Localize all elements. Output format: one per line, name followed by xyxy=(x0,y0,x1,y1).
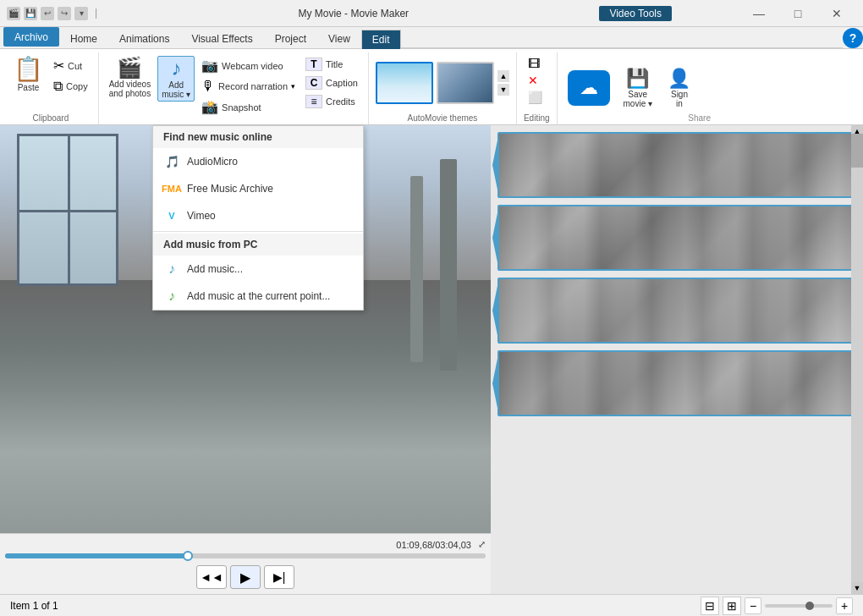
cut-button[interactable]: ✂ Cut xyxy=(50,56,91,75)
video-tools-badge: Video Tools xyxy=(599,6,672,21)
credits-icon: ≡ xyxy=(305,95,322,108)
clipboard-items: 📋 Paste ✂ Cut ⧉ Copy xyxy=(10,52,91,113)
zoom-minus-button[interactable]: − xyxy=(745,597,761,614)
tab-project[interactable]: Project xyxy=(264,29,317,48)
narration-button[interactable]: 🎙 Record narration ▾ xyxy=(198,77,299,96)
cloud-icon: ☁ xyxy=(568,70,610,106)
theme-thumb-2[interactable] xyxy=(437,62,494,104)
save-movie-label: Savemovie ▾ xyxy=(624,90,652,108)
filmstrip-inner-3 xyxy=(499,279,855,342)
maximize-button[interactable]: □ xyxy=(778,0,817,27)
progress-fill xyxy=(5,553,188,558)
view-toggle-1[interactable]: ⊟ xyxy=(701,597,719,615)
add-music-current-item[interactable]: ♪ Add music at the current point... xyxy=(153,283,363,310)
undo-icon-small[interactable]: ↩ xyxy=(41,7,54,20)
window-frame xyxy=(17,134,118,286)
add-videos-button[interactable]: 🎬 Add videos and photos xyxy=(106,56,155,100)
progress-handle[interactable] xyxy=(183,551,193,561)
tab-edit[interactable]: Edit xyxy=(361,30,401,49)
tab-animations[interactable]: Animations xyxy=(108,29,180,48)
view-toggle-2[interactable]: ⊞ xyxy=(723,597,741,615)
playback-controls: ◄◄ ▶ ▶| xyxy=(5,565,486,589)
progress-bar[interactable] xyxy=(5,553,486,558)
zoom-controls: ⊟ ⊞ − + xyxy=(701,597,853,615)
minimize-button[interactable]: — xyxy=(739,0,778,27)
audiomicro-item[interactable]: 🎵 AudioMicro xyxy=(153,148,363,175)
theme-scroll: ▲ ▼ xyxy=(497,70,509,96)
rewind-button[interactable]: ◄◄ xyxy=(196,565,227,589)
add-music-current-icon: ♪ xyxy=(163,288,180,305)
filmstrip-3[interactable] xyxy=(497,278,856,344)
title-label: Title xyxy=(326,59,343,69)
save-movie-icon: 💾 xyxy=(626,69,649,88)
save-movie-button[interactable]: 💾 Savemovie ▾ xyxy=(620,68,656,110)
fma-item[interactable]: FMA Free Music Archive xyxy=(153,175,363,202)
ribbon: 📋 Paste ✂ Cut ⧉ Copy Clipboard 🎬 Add vid… xyxy=(0,49,863,125)
filmstrip-2[interactable] xyxy=(497,205,856,271)
tab-home[interactable]: Home xyxy=(59,29,108,48)
dropdown-arrow[interactable]: ▾ xyxy=(74,7,88,20)
audiomicro-label: AudioMicro xyxy=(187,156,238,168)
credits-button[interactable]: ≡ Credits xyxy=(302,93,361,110)
sign-in-button[interactable]: 👤 Signin xyxy=(662,68,696,110)
redo-icon-small[interactable]: ↪ xyxy=(58,7,71,20)
webcam-button[interactable]: 📷 Webcam video xyxy=(198,56,299,75)
theme-thumb-1[interactable] xyxy=(376,62,433,104)
filmstrip-container xyxy=(491,125,863,594)
media-items: 🎬 Add videos and photos ♪ Addmusic ▾ 📷 W… xyxy=(106,52,361,123)
title-icon: T xyxy=(305,58,322,71)
snapshot-label: Snapshot xyxy=(222,102,261,113)
paste-button[interactable]: 📋 Paste xyxy=(10,56,47,94)
timeline-scrollbar[interactable]: ▲ ▼ xyxy=(851,125,863,594)
scrollbar-thumb[interactable] xyxy=(851,134,863,168)
filmstrip-inner-2 xyxy=(499,206,855,269)
close-button[interactable]: ✕ xyxy=(817,0,856,27)
zoom-plus-button[interactable]: + xyxy=(836,597,853,614)
timeline-area: ▲ ▼ xyxy=(491,125,863,594)
cloud-button[interactable]: ☁ xyxy=(564,67,613,111)
editing-btn-2[interactable]: ✕ xyxy=(525,73,549,88)
clipboard-group: 📋 Paste ✂ Cut ⧉ Copy Clipboard xyxy=(3,52,99,124)
vimeo-item[interactable]: V Vimeo xyxy=(153,202,363,229)
main-content: 01:09,68/03:04,03 ⤢ ◄◄ ▶ ▶| xyxy=(0,125,863,594)
window-vert xyxy=(68,136,70,283)
sign-in-icon: 👤 xyxy=(668,69,690,88)
fma-icon: FMA xyxy=(163,180,180,197)
editing-label: Editing xyxy=(524,113,550,124)
forward-button[interactable]: ▶| xyxy=(264,565,294,589)
expand-icon[interactable]: ⤢ xyxy=(478,539,486,550)
sign-in-group: 👤 Signin xyxy=(662,68,696,110)
theme-scroll-up[interactable]: ▲ xyxy=(497,70,509,82)
theme-preview-2 xyxy=(438,63,492,102)
text-btns: T Title C Caption ≡ Credits xyxy=(302,56,361,110)
theme-scroll-down[interactable]: ▼ xyxy=(497,84,509,96)
snapshot-button[interactable]: 📸 Snapshot xyxy=(198,97,299,117)
copy-button[interactable]: ⧉ Copy xyxy=(50,77,91,96)
cut-icon: ✂ xyxy=(53,58,64,74)
add-music-label: Addmusic ▾ xyxy=(162,80,190,99)
window-controls: — □ ✕ xyxy=(739,0,856,27)
save-icon-small[interactable]: 💾 xyxy=(24,7,37,20)
caption-button[interactable]: C Caption xyxy=(302,74,361,91)
play-button[interactable]: ▶ xyxy=(230,565,261,589)
webcam-label: Webcam video xyxy=(222,61,283,71)
help-button[interactable]: ? xyxy=(843,28,863,48)
ribbon-tabs: Archivo Home Animations Visual Effects P… xyxy=(0,27,863,49)
filmstrip-1[interactable] xyxy=(497,132,856,198)
add-music-button[interactable]: ♪ Addmusic ▾ xyxy=(157,56,195,102)
zoom-thumb[interactable] xyxy=(805,602,814,610)
tab-view[interactable]: View xyxy=(317,29,361,48)
tab-archivo[interactable]: Archivo xyxy=(3,27,59,47)
paste-icon: 📋 xyxy=(14,58,43,81)
zoom-slider[interactable] xyxy=(765,604,833,608)
editing-btn-3[interactable]: ⬜ xyxy=(525,90,549,105)
filmstrip-4[interactable] xyxy=(497,350,856,416)
editing-icon-3: ⬜ xyxy=(528,91,542,104)
add-music-icon: ♪ xyxy=(171,58,181,79)
editing-btn-1[interactable]: 🎞 xyxy=(525,56,549,71)
caption-icon: C xyxy=(305,76,322,90)
scrollbar-down[interactable]: ▼ xyxy=(851,582,863,594)
add-music-item[interactable]: ♪ Add music... xyxy=(153,256,363,283)
tab-visual-effects[interactable]: Visual Effects xyxy=(180,29,263,48)
title-button[interactable]: T Title xyxy=(302,56,361,73)
